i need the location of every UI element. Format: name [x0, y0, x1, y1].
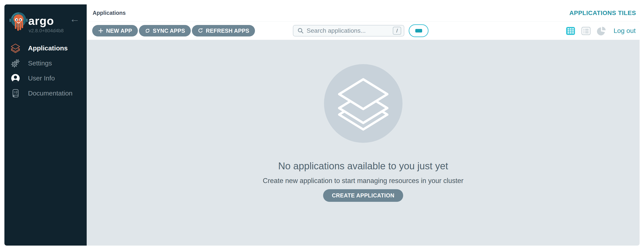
- sidebar-item-applications[interactable]: Applications: [4, 41, 87, 56]
- version-label: v2.8.0+804d4b8: [29, 28, 64, 34]
- search-box: /: [293, 25, 404, 37]
- user-icon: [10, 73, 20, 83]
- sync-icon: [145, 28, 150, 34]
- toggle-knob-icon: [415, 29, 422, 33]
- sidebar-item-user-info[interactable]: User Info: [4, 71, 87, 86]
- sidebar-item-documentation[interactable]: ? Documentation: [4, 86, 87, 101]
- empty-state-subtitle: Create new application to start managing…: [263, 177, 464, 185]
- layers-icon: [10, 43, 20, 53]
- sync-apps-button[interactable]: SYNC APPS: [139, 25, 191, 37]
- slash-shortcut-badge: /: [393, 27, 401, 35]
- empty-state-circle: [324, 64, 402, 143]
- brand-wordmark: argo: [28, 14, 54, 27]
- sidebar-collapse-arrow-icon[interactable]: ←: [70, 14, 80, 24]
- sidebar: argo v2.8.0+804d4b8 ← Applications: [4, 5, 87, 245]
- list-icon: [581, 26, 591, 36]
- search-icon: [297, 27, 304, 34]
- plus-icon: [98, 28, 104, 34]
- toolbar: NEW APP SYNC APPS REFRESH APPS: [87, 22, 640, 40]
- page-view-label: APPLICATIONS TILES: [570, 10, 636, 17]
- sidebar-item-label: Applications: [28, 44, 68, 52]
- refresh-apps-button[interactable]: REFRESH APPS: [192, 25, 255, 37]
- favorites-toggle[interactable]: [409, 24, 428, 37]
- list-view-button[interactable]: [581, 26, 591, 36]
- grid-icon: [566, 26, 576, 36]
- sidebar-nav: Applications: [4, 41, 87, 101]
- svg-text:?: ?: [14, 91, 16, 94]
- sidebar-item-label: Documentation: [28, 89, 72, 97]
- tiles-view-button[interactable]: [566, 26, 576, 36]
- titlebar: Applications APPLICATIONS TILES: [87, 5, 640, 22]
- layers-icon: [336, 76, 391, 131]
- document-icon: ?: [10, 88, 20, 98]
- applications-empty-state: No applications available to you just ye…: [87, 40, 640, 245]
- sidebar-item-settings[interactable]: Settings: [4, 56, 87, 71]
- argo-app-window: argo v2.8.0+804d4b8 ← Applications: [4, 5, 640, 245]
- breadcrumb[interactable]: Applications: [93, 10, 126, 16]
- sidebar-item-label: Settings: [28, 59, 52, 67]
- argo-octopus-logo-icon: [8, 10, 29, 32]
- refresh-icon: [198, 28, 203, 34]
- search-input[interactable]: [306, 27, 393, 34]
- empty-state-title: No applications available to you just ye…: [278, 161, 448, 172]
- sidebar-item-label: User Info: [28, 74, 55, 82]
- main-area: Applications APPLICATIONS TILES NEW APP …: [87, 5, 640, 245]
- summary-view-button[interactable]: [596, 26, 606, 36]
- logout-link[interactable]: Log out: [614, 27, 636, 35]
- gear-icon: [10, 58, 20, 68]
- create-application-button[interactable]: CREATE APPLICATION: [323, 189, 404, 202]
- new-app-button[interactable]: NEW APP: [92, 25, 138, 37]
- pie-chart-icon: [596, 26, 606, 36]
